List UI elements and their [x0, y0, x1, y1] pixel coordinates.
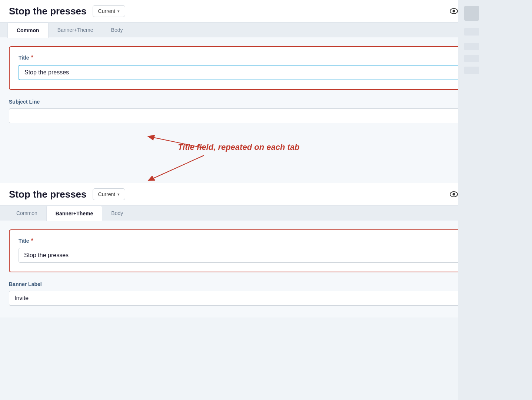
version-label-2: Current: [98, 191, 116, 197]
tab-common-2[interactable]: Common: [7, 206, 46, 221]
tabs-bar-2: Common Banner+Theme Body: [0, 206, 532, 221]
title-input-1[interactable]: [19, 65, 513, 80]
sidebar-item-b3: [464, 67, 479, 74]
tabs-bar-1: Common Banner+Theme Body: [0, 23, 532, 37]
tab-body-1[interactable]: Body: [102, 23, 132, 37]
eye-icon-1: [450, 8, 458, 14]
sidebar-item-b2: [464, 55, 479, 62]
tab-banner-theme-1[interactable]: Banner+Theme: [49, 23, 102, 37]
chevron-down-icon-2: ▾: [117, 192, 120, 197]
banner-label-input[interactable]: [9, 291, 523, 306]
tab-body-2[interactable]: Body: [102, 206, 132, 221]
title-section-2: Title *: [9, 229, 523, 272]
title-required-2: *: [31, 238, 33, 244]
svg-point-7: [452, 193, 455, 196]
version-label-1: Current: [98, 8, 116, 14]
eye-icon-2: [450, 191, 458, 197]
svg-line-5: [151, 155, 204, 179]
version-dropdown-1[interactable]: Current ▾: [93, 5, 126, 17]
title-required-1: *: [31, 54, 33, 61]
sidebar-item-s: [464, 6, 479, 21]
panel-2-content: Title * Banner Label: [0, 221, 532, 317]
title-section-1: Title *: [9, 46, 523, 90]
right-sidebar: [458, 0, 532, 400]
annotation-area: Title field, repeated on each tab: [0, 135, 532, 183]
title-field-label-1: Title *: [19, 54, 513, 61]
banner-label-section: Banner Label: [9, 281, 523, 306]
page-title-1: Stop the presses: [9, 6, 87, 17]
page-title-2: Stop the presses: [9, 189, 87, 200]
panel-1-header: Stop the presses Current ▾ Live Preview: [0, 0, 532, 23]
sidebar-item-r: [464, 28, 479, 36]
sidebar-item-b1: [464, 43, 479, 50]
panel-1: Stop the presses Current ▾ Live Preview: [0, 0, 532, 135]
subject-line-input[interactable]: [9, 108, 523, 123]
title-input-2[interactable]: [19, 248, 513, 263]
panel-2: Stop the presses Current ▾ Live Preview: [0, 183, 532, 317]
tab-common-1[interactable]: Common: [7, 23, 49, 38]
subject-line-label: Subject Line: [9, 99, 523, 105]
panel-1-content: Title * Subject Line: [0, 37, 532, 135]
version-dropdown-2[interactable]: Current ▾: [93, 188, 126, 200]
chevron-down-icon-1: ▾: [117, 9, 120, 14]
panel-2-header: Stop the presses Current ▾ Live Preview: [0, 183, 532, 206]
svg-point-1: [452, 10, 455, 13]
annotation-label: Title field, repeated on each tab: [178, 142, 299, 152]
subject-line-section: Subject Line: [9, 99, 523, 123]
tab-banner-theme-2[interactable]: Banner+Theme: [46, 206, 103, 221]
title-field-label-2: Title *: [19, 238, 513, 244]
banner-label-label: Banner Label: [9, 281, 523, 287]
